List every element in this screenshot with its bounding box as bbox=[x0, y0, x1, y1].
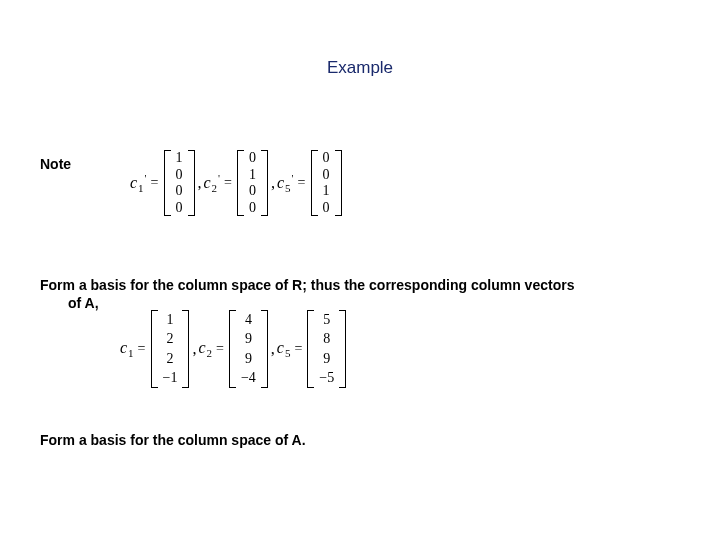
equation-a-basis: c1 = 122−1 , c2 = 499−4 , c5 = 589−5 bbox=[120, 310, 347, 388]
equals: = bbox=[216, 341, 224, 357]
var-c1: c1 bbox=[120, 339, 134, 359]
var-c2: c2 bbox=[198, 339, 212, 359]
vector-c5p: 0010 bbox=[311, 150, 342, 216]
equals: = bbox=[298, 175, 306, 191]
var-c5: c5 bbox=[277, 339, 291, 359]
vector-c1p: 1000 bbox=[164, 150, 195, 216]
var-c2p: c2' bbox=[204, 172, 221, 195]
vector-c5: 589−5 bbox=[307, 310, 346, 388]
equals: = bbox=[294, 341, 302, 357]
equals: = bbox=[138, 341, 146, 357]
equals: = bbox=[224, 175, 232, 191]
vector-c2: 499−4 bbox=[229, 310, 268, 388]
comma: , bbox=[271, 174, 275, 216]
paragraph-a-basis: Form a basis for the column space of A. bbox=[40, 432, 306, 448]
comma: , bbox=[192, 340, 196, 388]
equals: = bbox=[151, 175, 159, 191]
var-c1p: c1' bbox=[130, 172, 147, 195]
comma: , bbox=[271, 340, 275, 388]
note-label: Note bbox=[40, 156, 71, 172]
var-c5p: c5' bbox=[277, 172, 294, 195]
slide-title: Example bbox=[0, 58, 720, 78]
vector-c1: 122−1 bbox=[151, 310, 190, 388]
vector-c2p: 0100 bbox=[237, 150, 268, 216]
comma: , bbox=[198, 174, 202, 216]
equation-r-basis: c1' = 1000 , c2' = 0100 , c5' = 0010 bbox=[130, 150, 343, 216]
paragraph-r-basis: Form a basis for the column space of R; … bbox=[40, 276, 680, 312]
